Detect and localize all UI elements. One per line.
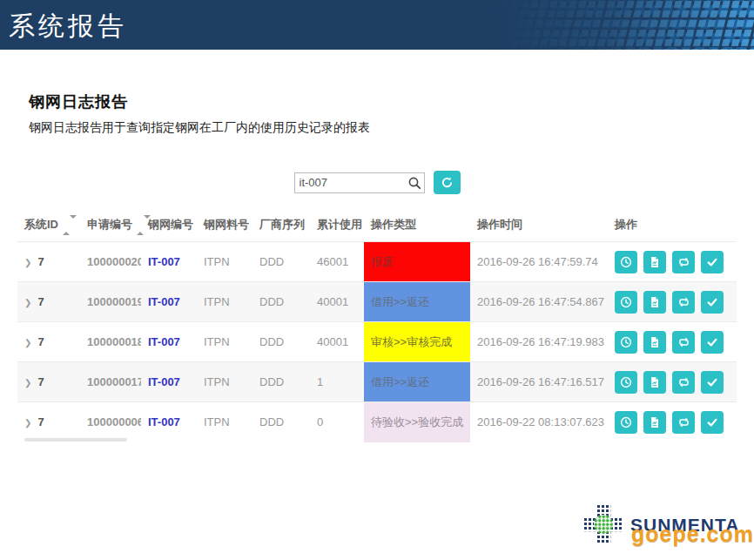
search-bar: [0, 171, 754, 194]
expand-row-icon[interactable]: ❯: [24, 258, 31, 267]
op-time-cell: 2016-09-26 16:47:16.517: [470, 362, 608, 402]
history-button[interactable]: [615, 411, 637, 434]
confirm-button[interactable]: [701, 331, 724, 354]
file-icon: [649, 296, 661, 308]
op-time-cell: 2016-09-26 16:47:59.74: [470, 242, 608, 282]
horizontal-scrollbar-thumb[interactable]: [24, 438, 127, 442]
search-box: [294, 172, 425, 193]
table-header-row: 系统ID 申请编号 钢网编号 钢网料号 厂商序列 累计使用 操作类型 操作时间 …: [17, 212, 737, 242]
system-id-cell: 7: [37, 415, 44, 428]
exchange-button[interactable]: [672, 371, 695, 394]
title-bar: 系统报告: [0, 0, 754, 50]
exchange-icon: [677, 416, 690, 428]
part-no-cell: ITPN: [197, 362, 252, 402]
refresh-icon: [441, 176, 454, 189]
file-icon: [649, 376, 661, 388]
apply-no-cell: 100000017: [80, 362, 141, 402]
history-button[interactable]: [615, 331, 637, 354]
stencil-no-link[interactable]: IT-007: [148, 255, 180, 268]
history-button[interactable]: [615, 251, 637, 273]
exchange-icon: [677, 376, 690, 388]
column-header-part-no: 钢网料号: [197, 212, 252, 242]
column-header-actions: 操作: [608, 212, 737, 242]
check-icon: [706, 336, 718, 348]
exchange-icon: [677, 336, 690, 348]
report-file-button[interactable]: [643, 411, 666, 434]
vendor-serial-cell: DDD: [252, 242, 310, 282]
clock-icon: [620, 336, 632, 348]
confirm-button[interactable]: [701, 291, 724, 314]
op-type-cell: 借用>>返还: [364, 282, 470, 322]
apply-no-cell: 100000020: [80, 242, 141, 282]
column-header-vendor-serial: 厂商序列: [252, 212, 310, 242]
sunmenta-logo-core-icon: [594, 515, 613, 534]
table-row: ❯7 100000019 IT-007 ITPN DDD 40001 借用>>返…: [17, 282, 737, 322]
report-header: 钢网日志报告 钢网日志报告用于查询指定钢网在工厂内的使用历史记录的报表: [29, 91, 754, 136]
expand-row-icon[interactable]: ❯: [24, 298, 31, 307]
file-icon: [649, 416, 661, 428]
mosaic-decoration: [493, 0, 754, 50]
stencil-no-link[interactable]: IT-007: [148, 335, 180, 348]
apply-no-cell: 100000018: [80, 322, 141, 362]
column-header-system-id[interactable]: 系统ID: [17, 212, 80, 242]
system-id-cell: 7: [37, 335, 44, 348]
watermark-text: goepe.com: [631, 522, 754, 547]
total-usage-cell: 46001: [310, 242, 364, 282]
page-title: 系统报告: [9, 9, 127, 44]
report-title: 钢网日志报告: [29, 91, 754, 112]
history-button[interactable]: [615, 291, 637, 314]
clock-icon: [620, 376, 632, 388]
op-type-cell: 报废: [364, 242, 470, 282]
confirm-button[interactable]: [701, 411, 724, 434]
op-type-cell: 待验收>>验收完成: [364, 402, 470, 442]
clock-icon: [620, 296, 632, 308]
stencil-no-link[interactable]: IT-007: [148, 375, 180, 388]
expand-row-icon[interactable]: ❯: [24, 378, 31, 388]
report-file-button[interactable]: [643, 371, 666, 394]
apply-no-cell: 100000006: [80, 402, 141, 442]
row-action-group: [615, 411, 730, 434]
stencil-no-link[interactable]: IT-007: [148, 415, 180, 428]
search-input[interactable]: [295, 174, 401, 192]
op-time-cell: 2016-09-22 08:13:07.623: [470, 402, 608, 442]
vendor-serial-cell: DDD: [252, 282, 310, 322]
row-action-group: [615, 291, 730, 314]
vendor-serial-cell: DDD: [252, 362, 310, 402]
exchange-icon: [677, 256, 690, 268]
table-row: ❯7 100000020 IT-007 ITPN DDD 46001 报废 20…: [17, 242, 737, 282]
exchange-button[interactable]: [672, 331, 695, 354]
column-header-total-usage: 累计使用: [310, 212, 364, 242]
sort-icon[interactable]: [63, 219, 77, 232]
search-icon[interactable]: [407, 176, 422, 191]
table-row: ❯7 100000006 IT-007 ITPN DDD 0 待验收>>验收完成…: [17, 402, 737, 442]
column-header-apply-no[interactable]: 申请编号: [80, 212, 141, 242]
history-button[interactable]: [615, 371, 637, 394]
expand-row-icon[interactable]: ❯: [24, 418, 31, 428]
total-usage-cell: 1: [310, 362, 364, 402]
exchange-button[interactable]: [672, 411, 695, 434]
column-header-op-type: 操作类型: [364, 212, 470, 242]
total-usage-cell: 0: [310, 402, 364, 442]
report-file-button[interactable]: [643, 331, 666, 354]
confirm-button[interactable]: [701, 251, 724, 273]
report-file-button[interactable]: [643, 251, 666, 273]
apply-no-cell: 100000019: [80, 282, 141, 322]
part-no-cell: ITPN: [197, 242, 252, 282]
vendor-serial-cell: DDD: [252, 322, 310, 362]
row-action-group: [615, 371, 730, 394]
system-id-cell: 7: [37, 295, 44, 308]
exchange-button[interactable]: [672, 291, 695, 314]
file-icon: [649, 256, 661, 268]
refresh-button[interactable]: [434, 171, 461, 194]
confirm-button[interactable]: [701, 371, 724, 394]
op-type-cell: 审核>>审核完成: [364, 322, 470, 362]
stencil-no-link[interactable]: IT-007: [148, 295, 180, 308]
report-file-button[interactable]: [643, 291, 666, 314]
row-action-group: [615, 251, 730, 273]
row-action-group: [615, 331, 730, 354]
exchange-icon: [677, 296, 690, 308]
exchange-button[interactable]: [672, 251, 695, 273]
part-no-cell: ITPN: [197, 322, 252, 362]
check-icon: [706, 376, 718, 388]
expand-row-icon[interactable]: ❯: [24, 338, 31, 347]
